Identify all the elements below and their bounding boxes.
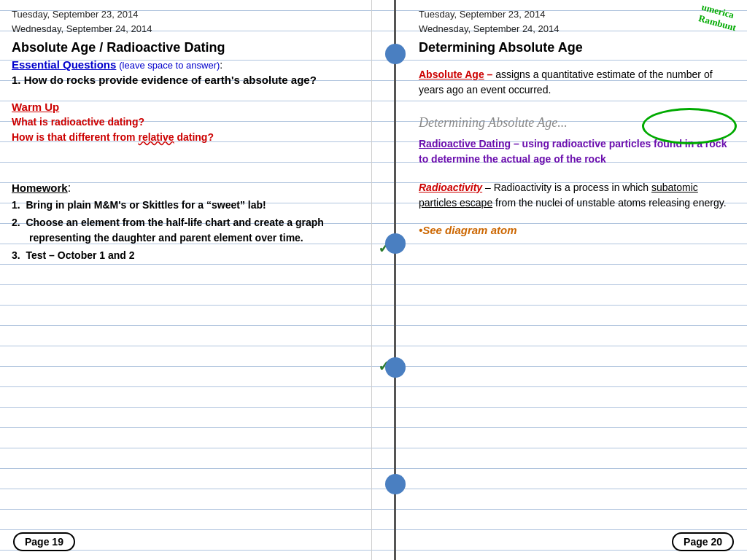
radioactive-dating-term: Radioactive Dating [419, 138, 511, 149]
warm-up-q1: What is radioactive dating? [12, 116, 144, 128]
warm-up-questions: What is radioactive dating? How is that … [12, 114, 360, 145]
radioactivity-section: Radioactivity – Radioactivity is a proce… [419, 180, 735, 211]
leave-space-text: (leave space to answer) [119, 60, 220, 71]
absolute-age-dash: – [487, 69, 493, 80]
determining-subheader: Determining Absolute Age... [419, 115, 735, 131]
homework-colon: : [68, 182, 71, 194]
timeline-dot-4 [385, 474, 406, 494]
warm-up-label: Warm Up [12, 101, 360, 113]
right-content: Tuesday, September 23, 2014 Wednesday, S… [384, 7, 735, 236]
left-date1: Tuesday, September 23, 2014 [12, 7, 360, 22]
homework-section: Homework: 1. Bring in plain M&M's or Ski… [12, 182, 360, 264]
homework-list: 1. Bring in plain M&M's or Skittles for … [12, 198, 360, 264]
radioactivity-term: Radioactivity [419, 182, 482, 193]
left-date2: Wednesday, September 24, 2014 [12, 22, 360, 36]
radioactivity-def-end: from the nuclei of unstable atoms releas… [492, 197, 726, 209]
essential-label: Essential Questions [12, 58, 116, 71]
right-panel: ✓ ✓ umerica Rambunt Tuesday, September 2… [372, 0, 747, 560]
timeline-dot-1 [385, 44, 406, 64]
question1: 1. How do rocks provide evidence of eart… [12, 72, 360, 88]
page-container: Tuesday, September 23, 2014 Wednesday, S… [0, 0, 747, 560]
hw-item-2: 2. Choose an element from the half-life … [12, 215, 360, 246]
left-panel: Tuesday, September 23, 2014 Wednesday, S… [0, 0, 372, 560]
warm-up-q2-start: How is that different from [12, 131, 138, 143]
see-diagram: •See diagram atom [419, 224, 735, 236]
page-badge-right: Page 20 [672, 532, 734, 551]
warm-up-q2-end: dating? [174, 131, 214, 143]
warm-up-relative: relative [138, 131, 174, 143]
right-date1: Tuesday, September 23, 2014 [419, 7, 735, 22]
colon: : [220, 59, 222, 71]
warm-up-section: Warm Up What is radioactive dating? How … [12, 101, 360, 145]
hw-item-3: 3. Test – October 1 and 2 [12, 248, 360, 264]
hw-item-1: 1. Bring in plain M&M's or Skittles for … [12, 198, 360, 214]
left-title: Absolute Age / Radioactive Dating [12, 40, 360, 55]
right-title: Determining Absolute Age [419, 40, 735, 55]
absolute-age-definition: Absolute Age – assigns a quantitative es… [419, 67, 735, 98]
page-badge-left: Page 19 [13, 532, 75, 551]
absolute-age-term: Absolute Age [419, 69, 484, 80]
timeline-dot-2 [385, 233, 406, 254]
radioactivity-def-start: – Radioactivity is a process in which [482, 182, 651, 193]
right-date2: Wednesday, September 24, 2014 [419, 22, 735, 36]
timeline-dot-3 [385, 357, 406, 378]
essential-questions-block: Essential Questions (leave space to answ… [12, 58, 360, 88]
radioactive-dating-section: Radioactive Dating – using radioactive p… [419, 136, 735, 167]
homework-label: Homework [12, 182, 68, 194]
